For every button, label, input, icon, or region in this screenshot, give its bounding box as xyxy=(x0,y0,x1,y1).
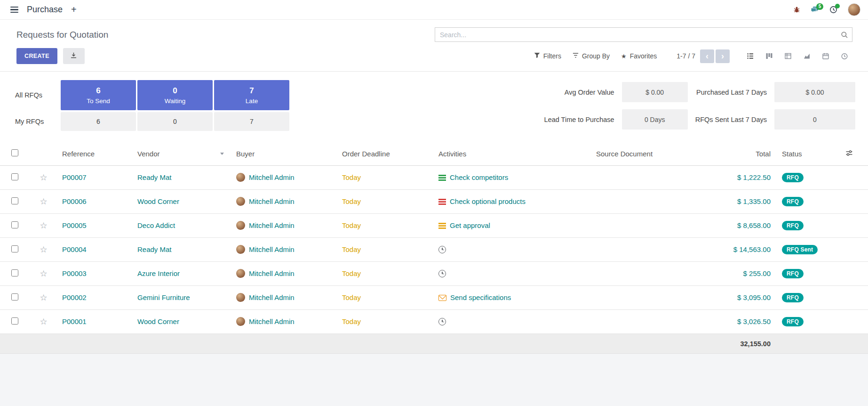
favorite-star-icon[interactable]: ☆ xyxy=(40,293,47,302)
rfq-row[interactable]: ☆ P00006 Wood Corner Mitchell Admin Toda… xyxy=(0,189,868,213)
list-view-icon[interactable] xyxy=(741,49,760,63)
activity-icon[interactable] xyxy=(438,199,446,205)
activity-icon[interactable] xyxy=(438,175,446,181)
user-avatar[interactable] xyxy=(848,3,860,16)
my-rfq-count-tile[interactable]: 0 xyxy=(137,112,213,131)
row-checkbox[interactable] xyxy=(11,317,18,325)
buyer-link[interactable]: Mitchell Admin xyxy=(249,197,295,205)
stat-value[interactable]: 0 xyxy=(774,109,855,130)
header-total[interactable]: Total xyxy=(706,142,776,165)
rfq-count-tile[interactable]: 7 Late xyxy=(214,80,289,110)
row-checkbox[interactable] xyxy=(11,293,18,300)
plus-tab-icon[interactable]: + xyxy=(71,4,77,15)
vendor-link[interactable]: Ready Mat xyxy=(137,173,172,181)
my-rfq-count-tile[interactable]: 6 xyxy=(61,112,136,131)
favorite-star-icon[interactable]: ☆ xyxy=(40,197,47,206)
select-all-checkbox[interactable] xyxy=(11,149,18,156)
activity-icon[interactable] xyxy=(438,295,446,301)
activity-link[interactable]: Get approval xyxy=(450,221,490,229)
row-checkbox[interactable] xyxy=(11,173,18,180)
activity-icon[interactable] xyxy=(438,246,446,253)
stat-value[interactable]: 0 Days xyxy=(622,109,688,130)
apps-menu-icon[interactable] xyxy=(8,4,21,16)
activity-icon[interactable] xyxy=(438,318,446,325)
vendor-link[interactable]: Azure Interior xyxy=(137,269,180,277)
group-by-button[interactable]: Group By xyxy=(567,49,615,63)
buyer-link[interactable]: Mitchell Admin xyxy=(249,245,295,253)
search-icon[interactable] xyxy=(841,31,848,39)
rfq-row[interactable]: ☆ P00002 Gemini Furniture Mitchell Admin… xyxy=(0,285,868,309)
stat-value[interactable]: $ 0.00 xyxy=(622,82,688,102)
tile-label: Waiting xyxy=(165,97,186,105)
export-button[interactable] xyxy=(63,48,85,64)
graph-view-icon[interactable] xyxy=(797,49,816,63)
rfq-row[interactable]: ☆ P00007 Ready Mat Mitchell Admin Today … xyxy=(0,165,868,189)
activity-view-icon[interactable] xyxy=(835,49,854,63)
vendor-link[interactable]: Ready Mat xyxy=(137,245,172,253)
vendor-link[interactable]: Wood Corner xyxy=(137,317,179,325)
header-source-document[interactable]: Source Document xyxy=(590,142,706,165)
vendor-link[interactable]: Deco Addict xyxy=(137,221,175,229)
optional-columns-icon[interactable] xyxy=(845,149,853,158)
reference-link[interactable]: P00002 xyxy=(62,293,87,301)
buyer-link[interactable]: Mitchell Admin xyxy=(249,293,295,301)
messages-icon[interactable]: 5 xyxy=(811,6,819,14)
rfq-row[interactable]: ☆ P00001 Wood Corner Mitchell Admin Toda… xyxy=(0,309,868,333)
row-checkbox[interactable] xyxy=(11,269,18,276)
vendor-link[interactable]: Wood Corner xyxy=(137,197,179,205)
header-activities[interactable]: Activities xyxy=(433,142,590,165)
reference-link[interactable]: P00006 xyxy=(62,197,87,205)
pager-previous-button[interactable]: ‹ xyxy=(700,49,714,63)
favorite-star-icon[interactable]: ☆ xyxy=(40,173,47,182)
rfq-count-tile[interactable]: 0 Waiting xyxy=(137,80,213,110)
favorite-star-icon[interactable]: ☆ xyxy=(40,245,47,254)
favorite-star-icon[interactable]: ☆ xyxy=(40,269,47,278)
favorite-star-icon[interactable]: ☆ xyxy=(40,221,47,230)
header-reference[interactable]: Reference xyxy=(56,142,132,165)
rfq-tile-column: 7 Late 7 xyxy=(214,80,289,131)
buyer-link[interactable]: Mitchell Admin xyxy=(249,317,295,325)
debug-bug-icon[interactable] xyxy=(793,6,800,13)
header-vendor[interactable]: Vendor xyxy=(132,142,231,165)
reference-link[interactable]: P00005 xyxy=(62,221,87,229)
header-buyer[interactable]: Buyer xyxy=(231,142,336,165)
pager-next-button[interactable]: › xyxy=(716,49,730,63)
reference-link[interactable]: P00003 xyxy=(62,269,87,277)
row-total: $ 1,335.00 xyxy=(737,197,771,205)
pivot-view-icon[interactable] xyxy=(779,49,797,63)
header-order-deadline[interactable]: Order Deadline xyxy=(336,142,433,165)
create-button[interactable]: CREATE xyxy=(16,48,57,64)
activities-clock-icon[interactable] xyxy=(829,6,837,14)
vendor-link[interactable]: Gemini Furniture xyxy=(137,293,190,301)
my-rfqs-label[interactable]: My RFQs xyxy=(15,112,61,131)
activity-link[interactable]: Check optional products xyxy=(450,197,526,205)
stat-value[interactable]: $ 0.00 xyxy=(774,82,855,102)
search-input[interactable] xyxy=(435,27,852,42)
my-rfq-count-tile[interactable]: 7 xyxy=(214,112,289,131)
reference-link[interactable]: P00004 xyxy=(62,245,87,253)
rfq-row[interactable]: ☆ P00005 Deco Addict Mitchell Admin Toda… xyxy=(0,213,868,237)
rfq-row[interactable]: ☆ P00004 Ready Mat Mitchell Admin Today … xyxy=(0,237,868,261)
filters-button[interactable]: Filters xyxy=(528,49,567,63)
buyer-link[interactable]: Mitchell Admin xyxy=(249,221,295,229)
header-status[interactable]: Status xyxy=(776,142,840,165)
rfq-row[interactable]: ☆ P00003 Azure Interior Mitchell Admin T… xyxy=(0,261,868,285)
buyer-link[interactable]: Mitchell Admin xyxy=(249,173,295,181)
reference-link[interactable]: P00007 xyxy=(62,173,87,181)
rfq-count-tile[interactable]: 6 To Send xyxy=(61,80,136,110)
activity-icon[interactable] xyxy=(438,223,446,229)
app-name[interactable]: Purchase xyxy=(27,5,63,15)
calendar-view-icon[interactable] xyxy=(816,49,835,63)
activity-link[interactable]: Send specifications xyxy=(450,293,511,301)
favorites-button[interactable]: ★ Favorites xyxy=(615,49,662,63)
favorite-star-icon[interactable]: ☆ xyxy=(40,317,47,326)
buyer-link[interactable]: Mitchell Admin xyxy=(249,269,295,277)
all-rfqs-label[interactable]: All RFQs xyxy=(15,80,61,110)
activity-icon[interactable] xyxy=(438,270,446,277)
row-checkbox[interactable] xyxy=(11,197,18,204)
reference-link[interactable]: P00001 xyxy=(62,317,87,325)
row-checkbox[interactable] xyxy=(11,245,18,252)
activity-link[interactable]: Check competitors xyxy=(450,173,508,181)
row-checkbox[interactable] xyxy=(11,221,18,228)
kanban-view-icon[interactable] xyxy=(760,49,779,63)
